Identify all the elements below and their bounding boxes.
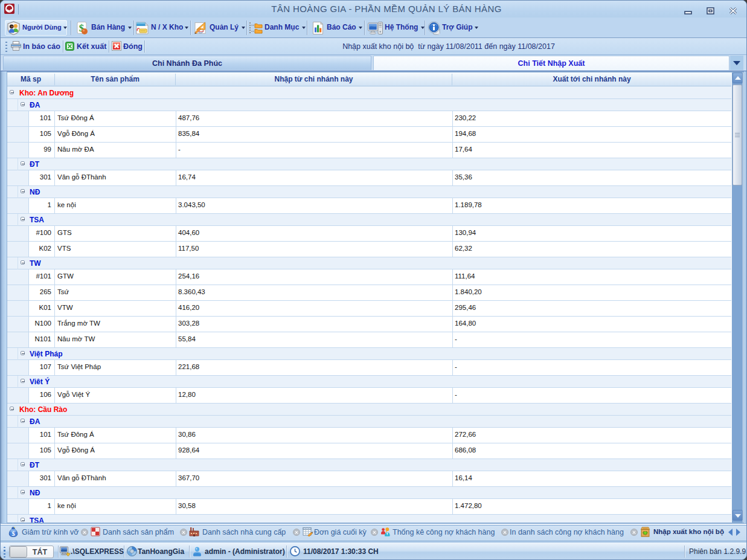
svg-text:$: $ (11, 530, 14, 537)
